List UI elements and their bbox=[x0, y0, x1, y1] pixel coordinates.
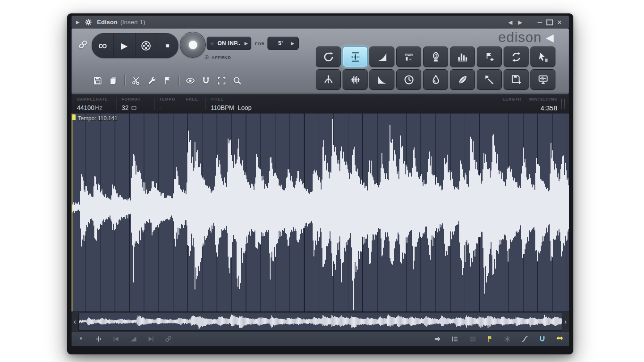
tool-grid-row bbox=[316, 69, 555, 90]
list-right-button[interactable] bbox=[467, 334, 477, 344]
plugin-options-icon[interactable] bbox=[85, 18, 92, 26]
maximize-button[interactable] bbox=[545, 17, 555, 27]
titlebar: ▶ Edison (Insert 1) ◀ ▶ ─ × bbox=[72, 16, 569, 29]
waveform-editor[interactable]: Tempo: 110.141 bbox=[72, 114, 569, 311]
play-to-button[interactable] bbox=[432, 334, 442, 344]
window-title-suffix: (Insert 1) bbox=[120, 19, 145, 25]
chevron-right-icon: ▶ bbox=[245, 42, 248, 46]
tool-normalize-button[interactable] bbox=[343, 46, 368, 67]
tool-select-tool-button[interactable] bbox=[530, 46, 555, 67]
window-title: Edison (Insert 1) bbox=[97, 19, 145, 25]
free-label: FREE bbox=[186, 97, 198, 101]
overview-waveform[interactable] bbox=[78, 313, 562, 331]
loop-mode-button[interactable]: ∞ bbox=[92, 34, 114, 58]
record-button[interactable] bbox=[180, 32, 206, 58]
caret-down-icon: ▼ bbox=[79, 337, 83, 341]
format-label: FORMAT bbox=[122, 97, 141, 101]
link-icon[interactable] bbox=[78, 39, 88, 50]
denoise-icon bbox=[430, 51, 441, 63]
toolbar-panel: ∞ ▶ ■ APPEND ◀ ON INP.. ▶ FOR 5' ▶ RUN e… bbox=[72, 29, 569, 94]
snowflake-button[interactable] bbox=[502, 334, 512, 344]
play-button[interactable]: ▶ bbox=[114, 34, 135, 58]
tool-grid: RUN bbox=[316, 46, 555, 90]
blur-icon bbox=[430, 74, 441, 85]
select-tool-icon bbox=[538, 51, 549, 63]
wave-edit-icon bbox=[95, 335, 102, 343]
caret-down-button[interactable]: ▼ bbox=[76, 334, 86, 344]
format-type-icon bbox=[131, 105, 137, 111]
tool-run-script-button[interactable]: RUN bbox=[396, 46, 421, 67]
play-to-icon bbox=[434, 335, 441, 343]
record-duration-select[interactable]: 5' ▶ bbox=[267, 37, 299, 50]
wave-edit-button[interactable] bbox=[93, 334, 103, 344]
zoom-icon bbox=[233, 76, 242, 85]
tool-send-to-playlist-button[interactable] bbox=[530, 69, 555, 90]
speaker-icon: ◀ bbox=[546, 33, 554, 43]
edison-logo: edison ◀ bbox=[498, 29, 554, 46]
minimize-button[interactable]: ─ bbox=[535, 17, 545, 27]
save-button[interactable] bbox=[91, 74, 104, 87]
tool-blur-button[interactable] bbox=[423, 69, 448, 90]
record-dot-icon bbox=[189, 41, 197, 49]
flag-marker-button[interactable] bbox=[485, 334, 495, 344]
next-preset-button[interactable]: ▶ bbox=[515, 17, 525, 27]
tempo-marker-flag-icon[interactable] bbox=[72, 114, 76, 120]
eye-icon bbox=[186, 76, 195, 85]
wrench-button[interactable] bbox=[145, 74, 158, 87]
resize-grip[interactable] bbox=[561, 99, 565, 109]
send-to-playlist-icon bbox=[538, 74, 549, 85]
list-left-button[interactable] bbox=[450, 334, 460, 344]
eye-button[interactable] bbox=[184, 74, 197, 87]
title-label: TITLE bbox=[211, 97, 224, 101]
bottom-toolbar-right bbox=[432, 334, 564, 344]
scissors-button[interactable] bbox=[130, 74, 143, 87]
close-button[interactable]: × bbox=[555, 17, 564, 27]
tool-save-as-button[interactable] bbox=[504, 69, 529, 90]
scroll-right-button[interactable]: › bbox=[562, 312, 569, 332]
samplerate-value[interactable]: 44100Hz bbox=[77, 104, 102, 111]
tempo-label: TEMPO bbox=[159, 97, 175, 101]
prev-marker-button[interactable] bbox=[111, 334, 121, 344]
tool-sine-button[interactable] bbox=[450, 69, 475, 90]
tool-denoise-button[interactable] bbox=[423, 46, 448, 67]
chain-button[interactable] bbox=[163, 334, 173, 344]
tool-declick-button[interactable] bbox=[343, 69, 368, 90]
zoom-button[interactable] bbox=[231, 74, 244, 87]
tool-slice-marker-button[interactable] bbox=[477, 69, 502, 90]
append-option[interactable]: APPEND bbox=[204, 55, 231, 60]
reel-button[interactable] bbox=[136, 34, 157, 58]
tool-fade-out-button[interactable] bbox=[369, 69, 394, 90]
length-unit-label[interactable]: MIN:SEC:MS bbox=[530, 97, 558, 101]
select-button[interactable] bbox=[215, 74, 228, 87]
format-value[interactable]: 32 bbox=[122, 104, 137, 111]
insert-marker-icon bbox=[484, 51, 495, 63]
tempo-value[interactable]: - bbox=[159, 104, 161, 111]
snowflake-icon bbox=[504, 335, 511, 343]
stop-button[interactable]: ■ bbox=[157, 34, 178, 58]
swap-selection-button[interactable] bbox=[555, 334, 564, 344]
tool-claw-button[interactable] bbox=[316, 69, 341, 90]
tool-insert-marker-button[interactable] bbox=[477, 46, 502, 67]
record-mode-value: ON INP.. bbox=[215, 40, 242, 46]
magnet-snap-button[interactable] bbox=[537, 334, 547, 344]
plugin-menu-icon[interactable]: ▶ bbox=[76, 20, 80, 25]
tool-fade-in-button[interactable] bbox=[369, 46, 394, 67]
tool-equalize-button[interactable] bbox=[450, 46, 475, 67]
fade-wedge-button[interactable] bbox=[128, 334, 138, 344]
prev-preset-button[interactable]: ◀ bbox=[505, 17, 515, 27]
flag-marker-icon bbox=[486, 335, 494, 343]
copy-button[interactable] bbox=[107, 74, 120, 87]
loop-icon bbox=[511, 51, 522, 63]
tool-time-stretch-button[interactable] bbox=[396, 69, 421, 90]
magnet-button[interactable] bbox=[199, 74, 212, 87]
overview-scrollbar[interactable]: ‹ › bbox=[72, 311, 569, 332]
smooth-button[interactable] bbox=[520, 334, 530, 344]
divider bbox=[116, 98, 116, 110]
sample-title-value[interactable]: 110BPM_Loop bbox=[211, 104, 252, 111]
tool-reverse-button[interactable] bbox=[316, 46, 341, 67]
scroll-left-button[interactable]: ‹ bbox=[72, 312, 78, 332]
next-marker-button[interactable] bbox=[146, 334, 156, 344]
flag-button[interactable] bbox=[161, 74, 174, 87]
record-mode-select[interactable]: ◀ ON INP.. ▶ bbox=[207, 37, 251, 50]
tool-loop-button[interactable] bbox=[504, 46, 529, 67]
